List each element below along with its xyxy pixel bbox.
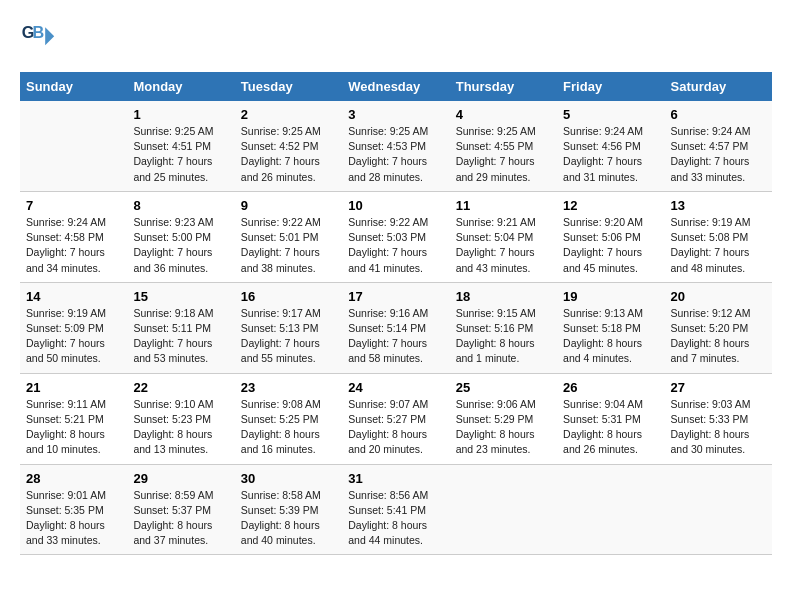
day-info: Sunrise: 9:15 AMSunset: 5:16 PMDaylight:… — [456, 306, 551, 367]
day-info: Sunrise: 9:18 AMSunset: 5:11 PMDaylight:… — [133, 306, 228, 367]
logo: G B — [20, 20, 60, 56]
day-number: 11 — [456, 198, 551, 213]
day-number: 31 — [348, 471, 443, 486]
week-row-5: 28Sunrise: 9:01 AMSunset: 5:35 PMDayligh… — [20, 464, 772, 555]
day-number: 30 — [241, 471, 336, 486]
day-info: Sunrise: 9:20 AMSunset: 5:06 PMDaylight:… — [563, 215, 658, 276]
day-cell: 8Sunrise: 9:23 AMSunset: 5:00 PMDaylight… — [127, 191, 234, 282]
svg-marker-2 — [45, 27, 54, 45]
day-number: 26 — [563, 380, 658, 395]
day-cell: 12Sunrise: 9:20 AMSunset: 5:06 PMDayligh… — [557, 191, 664, 282]
day-info: Sunrise: 9:06 AMSunset: 5:29 PMDaylight:… — [456, 397, 551, 458]
day-info: Sunrise: 9:17 AMSunset: 5:13 PMDaylight:… — [241, 306, 336, 367]
day-number: 24 — [348, 380, 443, 395]
day-cell: 15Sunrise: 9:18 AMSunset: 5:11 PMDayligh… — [127, 282, 234, 373]
day-cell: 13Sunrise: 9:19 AMSunset: 5:08 PMDayligh… — [665, 191, 772, 282]
day-cell: 22Sunrise: 9:10 AMSunset: 5:23 PMDayligh… — [127, 373, 234, 464]
day-info: Sunrise: 9:21 AMSunset: 5:04 PMDaylight:… — [456, 215, 551, 276]
day-info: Sunrise: 9:24 AMSunset: 4:56 PMDaylight:… — [563, 124, 658, 185]
day-header-sunday: Sunday — [20, 72, 127, 101]
day-number: 25 — [456, 380, 551, 395]
day-cell: 28Sunrise: 9:01 AMSunset: 5:35 PMDayligh… — [20, 464, 127, 555]
day-info: Sunrise: 9:24 AMSunset: 4:57 PMDaylight:… — [671, 124, 766, 185]
day-cell: 5Sunrise: 9:24 AMSunset: 4:56 PMDaylight… — [557, 101, 664, 191]
day-cell: 11Sunrise: 9:21 AMSunset: 5:04 PMDayligh… — [450, 191, 557, 282]
day-header-friday: Friday — [557, 72, 664, 101]
day-info: Sunrise: 8:59 AMSunset: 5:37 PMDaylight:… — [133, 488, 228, 549]
day-info: Sunrise: 9:24 AMSunset: 4:58 PMDaylight:… — [26, 215, 121, 276]
day-info: Sunrise: 9:25 AMSunset: 4:52 PMDaylight:… — [241, 124, 336, 185]
day-number: 13 — [671, 198, 766, 213]
day-cell: 21Sunrise: 9:11 AMSunset: 5:21 PMDayligh… — [20, 373, 127, 464]
day-header-thursday: Thursday — [450, 72, 557, 101]
day-number: 17 — [348, 289, 443, 304]
day-number: 28 — [26, 471, 121, 486]
day-header-tuesday: Tuesday — [235, 72, 342, 101]
day-info: Sunrise: 9:25 AMSunset: 4:51 PMDaylight:… — [133, 124, 228, 185]
day-info: Sunrise: 9:04 AMSunset: 5:31 PMDaylight:… — [563, 397, 658, 458]
day-header-monday: Monday — [127, 72, 234, 101]
day-info: Sunrise: 9:25 AMSunset: 4:55 PMDaylight:… — [456, 124, 551, 185]
day-cell: 3Sunrise: 9:25 AMSunset: 4:53 PMDaylight… — [342, 101, 449, 191]
day-info: Sunrise: 9:03 AMSunset: 5:33 PMDaylight:… — [671, 397, 766, 458]
day-number: 14 — [26, 289, 121, 304]
day-cell: 14Sunrise: 9:19 AMSunset: 5:09 PMDayligh… — [20, 282, 127, 373]
day-number: 29 — [133, 471, 228, 486]
day-number: 20 — [671, 289, 766, 304]
week-row-3: 14Sunrise: 9:19 AMSunset: 5:09 PMDayligh… — [20, 282, 772, 373]
day-cell: 20Sunrise: 9:12 AMSunset: 5:20 PMDayligh… — [665, 282, 772, 373]
day-number: 23 — [241, 380, 336, 395]
day-number: 27 — [671, 380, 766, 395]
day-cell: 10Sunrise: 9:22 AMSunset: 5:03 PMDayligh… — [342, 191, 449, 282]
day-number: 2 — [241, 107, 336, 122]
day-cell: 17Sunrise: 9:16 AMSunset: 5:14 PMDayligh… — [342, 282, 449, 373]
day-cell: 4Sunrise: 9:25 AMSunset: 4:55 PMDaylight… — [450, 101, 557, 191]
day-info: Sunrise: 9:22 AMSunset: 5:03 PMDaylight:… — [348, 215, 443, 276]
day-info: Sunrise: 9:25 AMSunset: 4:53 PMDaylight:… — [348, 124, 443, 185]
day-number: 7 — [26, 198, 121, 213]
day-header-saturday: Saturday — [665, 72, 772, 101]
day-cell: 18Sunrise: 9:15 AMSunset: 5:16 PMDayligh… — [450, 282, 557, 373]
day-info: Sunrise: 9:13 AMSunset: 5:18 PMDaylight:… — [563, 306, 658, 367]
day-cell — [450, 464, 557, 555]
day-number: 15 — [133, 289, 228, 304]
day-number: 21 — [26, 380, 121, 395]
day-info: Sunrise: 9:08 AMSunset: 5:25 PMDaylight:… — [241, 397, 336, 458]
day-number: 19 — [563, 289, 658, 304]
day-cell: 29Sunrise: 8:59 AMSunset: 5:37 PMDayligh… — [127, 464, 234, 555]
day-number: 4 — [456, 107, 551, 122]
calendar-table: SundayMondayTuesdayWednesdayThursdayFrid… — [20, 72, 772, 555]
logo-icon: G B — [20, 20, 56, 56]
day-cell: 25Sunrise: 9:06 AMSunset: 5:29 PMDayligh… — [450, 373, 557, 464]
day-info: Sunrise: 9:07 AMSunset: 5:27 PMDaylight:… — [348, 397, 443, 458]
day-info: Sunrise: 9:19 AMSunset: 5:09 PMDaylight:… — [26, 306, 121, 367]
day-cell: 7Sunrise: 9:24 AMSunset: 4:58 PMDaylight… — [20, 191, 127, 282]
day-cell: 27Sunrise: 9:03 AMSunset: 5:33 PMDayligh… — [665, 373, 772, 464]
day-cell: 19Sunrise: 9:13 AMSunset: 5:18 PMDayligh… — [557, 282, 664, 373]
day-info: Sunrise: 9:23 AMSunset: 5:00 PMDaylight:… — [133, 215, 228, 276]
day-info: Sunrise: 9:19 AMSunset: 5:08 PMDaylight:… — [671, 215, 766, 276]
header-row: SundayMondayTuesdayWednesdayThursdayFrid… — [20, 72, 772, 101]
day-number: 6 — [671, 107, 766, 122]
day-cell: 23Sunrise: 9:08 AMSunset: 5:25 PMDayligh… — [235, 373, 342, 464]
day-cell: 16Sunrise: 9:17 AMSunset: 5:13 PMDayligh… — [235, 282, 342, 373]
svg-text:B: B — [33, 23, 45, 41]
day-cell: 9Sunrise: 9:22 AMSunset: 5:01 PMDaylight… — [235, 191, 342, 282]
week-row-2: 7Sunrise: 9:24 AMSunset: 4:58 PMDaylight… — [20, 191, 772, 282]
day-info: Sunrise: 9:12 AMSunset: 5:20 PMDaylight:… — [671, 306, 766, 367]
day-number: 18 — [456, 289, 551, 304]
day-header-wednesday: Wednesday — [342, 72, 449, 101]
day-info: Sunrise: 8:58 AMSunset: 5:39 PMDaylight:… — [241, 488, 336, 549]
day-cell: 30Sunrise: 8:58 AMSunset: 5:39 PMDayligh… — [235, 464, 342, 555]
day-info: Sunrise: 9:11 AMSunset: 5:21 PMDaylight:… — [26, 397, 121, 458]
day-cell: 31Sunrise: 8:56 AMSunset: 5:41 PMDayligh… — [342, 464, 449, 555]
day-number: 10 — [348, 198, 443, 213]
day-number: 3 — [348, 107, 443, 122]
day-info: Sunrise: 9:16 AMSunset: 5:14 PMDaylight:… — [348, 306, 443, 367]
day-info: Sunrise: 9:10 AMSunset: 5:23 PMDaylight:… — [133, 397, 228, 458]
day-cell — [665, 464, 772, 555]
day-number: 8 — [133, 198, 228, 213]
day-number: 1 — [133, 107, 228, 122]
day-info: Sunrise: 9:01 AMSunset: 5:35 PMDaylight:… — [26, 488, 121, 549]
day-number: 16 — [241, 289, 336, 304]
